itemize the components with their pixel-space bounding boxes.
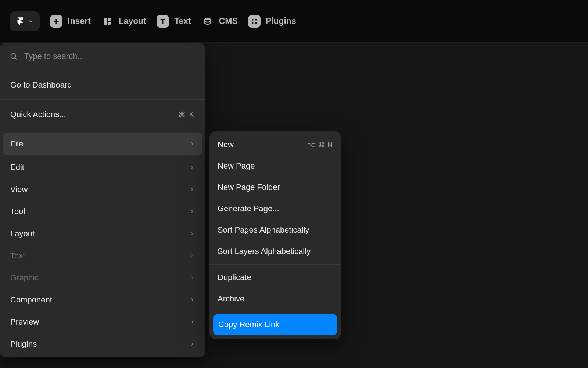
- chevron-right-icon: [190, 141, 195, 146]
- plus-icon: [50, 15, 62, 28]
- svg-rect-3: [108, 18, 111, 21]
- submenu-sort-layers[interactable]: Sort Layers Alphabetically: [209, 241, 341, 262]
- submenu-archive[interactable]: Archive: [209, 288, 341, 309]
- submenu-duplicate[interactable]: Duplicate: [209, 267, 341, 288]
- text-icon: [157, 15, 169, 28]
- chevron-right-icon: [190, 342, 195, 347]
- submenu-sort-pages[interactable]: Sort Pages Alphabetically: [209, 219, 341, 241]
- app-menu-button[interactable]: [10, 11, 40, 31]
- svg-point-6: [252, 19, 254, 21]
- menu-search-row: [0, 43, 205, 70]
- toolbar-label: Layout: [119, 16, 146, 26]
- toolbar-insert[interactable]: Insert: [50, 15, 91, 28]
- chevron-right-icon: [190, 187, 195, 192]
- submenu-generate-page[interactable]: Generate Page...: [209, 198, 341, 219]
- svg-point-7: [255, 19, 257, 21]
- chevron-down-icon: [28, 18, 34, 24]
- svg-rect-2: [104, 18, 107, 24]
- submenu-item-label: Generate Page...: [218, 204, 279, 213]
- chevron-right-icon: [190, 319, 195, 325]
- search-icon: [10, 52, 18, 60]
- menu-item-preview[interactable]: Preview: [0, 311, 205, 333]
- submenu-divider: [209, 312, 341, 312]
- toolbar-cms[interactable]: CMS: [201, 15, 238, 28]
- toolbar-label: Plugins: [266, 16, 296, 26]
- submenu-new-page[interactable]: New Page: [209, 155, 341, 177]
- submenu-item-label: Archive: [218, 294, 244, 304]
- menu-item-text: Text: [0, 245, 205, 267]
- menu-quick-actions[interactable]: Quick Actions... ⌘ K: [0, 100, 205, 129]
- submenu-item-label: Duplicate: [218, 273, 251, 282]
- menu-item-label: Quick Actions...: [10, 110, 66, 119]
- menu-item-file[interactable]: File: [3, 133, 202, 155]
- menu-item-tool[interactable]: Tool: [0, 201, 205, 223]
- submenu-item-label: New Page Folder: [218, 183, 280, 192]
- menu-dashboard[interactable]: Go to Dashboard: [0, 70, 205, 100]
- menu-item-plugins[interactable]: Plugins: [0, 333, 205, 355]
- menu-item-label: Edit: [10, 163, 24, 172]
- submenu-item-label: New Page: [218, 161, 255, 171]
- chevron-right-icon: [190, 297, 195, 302]
- menu-item-label: Plugins: [10, 339, 37, 349]
- menu-item-label: View: [10, 185, 28, 194]
- svg-point-5: [204, 18, 211, 20]
- menu-item-edit[interactable]: Edit: [0, 156, 205, 178]
- toolbar-plugins[interactable]: Plugins: [248, 15, 296, 28]
- database-icon: [201, 15, 214, 28]
- menu-item-graphic: Graphic: [0, 267, 205, 289]
- menu-item-label: Layout: [10, 229, 35, 238]
- svg-rect-4: [108, 21, 111, 24]
- chevron-right-icon: [190, 165, 195, 170]
- svg-point-8: [252, 22, 254, 24]
- submenu-new[interactable]: New ⌥ ⌘ N: [209, 134, 341, 155]
- menu-item-label: Tool: [10, 207, 25, 216]
- menu-item-view[interactable]: View: [0, 178, 205, 201]
- submenu-item-label: Sort Pages Alphabetically: [218, 225, 309, 235]
- submenu-item-label: Copy Remix Link: [218, 320, 279, 329]
- menu-item-layout[interactable]: Layout: [0, 223, 205, 245]
- menu-item-label: File: [10, 139, 23, 149]
- menu-item-label: Preview: [10, 317, 39, 327]
- framer-logo-icon: [15, 17, 25, 26]
- submenu-divider: [209, 264, 341, 265]
- submenu-new-page-folder[interactable]: New Page Folder: [209, 177, 341, 198]
- toolbar-label: Text: [174, 16, 191, 26]
- top-toolbar: Insert Layout Text CMS Plugins: [0, 0, 588, 43]
- submenu-copy-remix-link[interactable]: Copy Remix Link: [213, 314, 337, 335]
- toolbar-label: Insert: [68, 16, 91, 26]
- menu-item-label: Go to Dashboard: [10, 80, 72, 90]
- svg-point-10: [11, 54, 16, 59]
- chevron-right-icon: [190, 209, 195, 214]
- chevron-right-icon: [190, 275, 195, 280]
- menu-item-label: Component: [10, 295, 52, 305]
- shortcut-label: ⌥ ⌘ N: [307, 141, 333, 149]
- menu-search-input[interactable]: [24, 52, 196, 61]
- toolbar-label: CMS: [219, 16, 238, 26]
- svg-point-9: [255, 22, 257, 24]
- svg-line-11: [15, 58, 17, 59]
- shortcut-label: ⌘ K: [178, 110, 195, 119]
- submenu-item-label: Sort Layers Alphabetically: [218, 247, 311, 256]
- chevron-right-icon: [190, 253, 195, 258]
- canvas-area: Go to Dashboard Quick Actions... ⌘ K Fil…: [0, 43, 588, 368]
- main-menu: Go to Dashboard Quick Actions... ⌘ K Fil…: [0, 43, 205, 357]
- menu-item-label: Text: [10, 251, 25, 261]
- submenu-item-label: New: [218, 140, 234, 149]
- plugins-icon: [248, 15, 261, 28]
- chevron-right-icon: [190, 231, 195, 236]
- layout-icon: [101, 15, 114, 28]
- menu-item-component[interactable]: Component: [0, 289, 205, 311]
- menu-section: File Edit View Tool Layout Text: [0, 129, 205, 357]
- file-submenu: New ⌥ ⌘ N New Page New Page Folder Gener…: [209, 131, 341, 339]
- menu-item-label: Graphic: [10, 273, 39, 283]
- toolbar-layout[interactable]: Layout: [101, 15, 146, 28]
- toolbar-text[interactable]: Text: [157, 15, 191, 28]
